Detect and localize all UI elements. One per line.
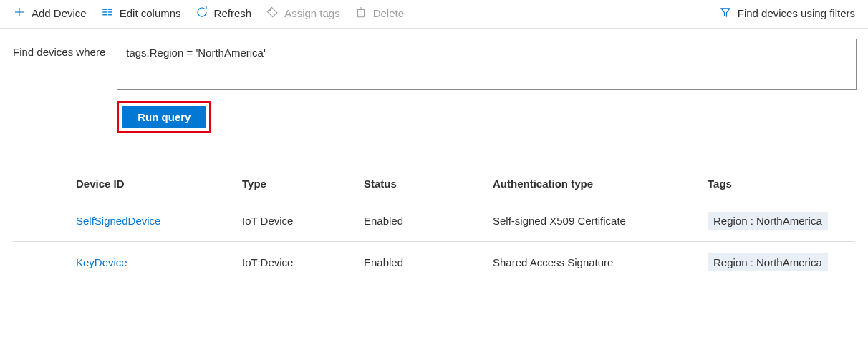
edit-columns-button[interactable]: Edit columns (101, 6, 181, 21)
add-device-button[interactable]: Add Device (13, 6, 87, 21)
device-link[interactable]: KeyDevice (76, 256, 127, 268)
tag-badge: Region : NorthAmerica (708, 212, 828, 230)
device-link[interactable]: SelfSignedDevice (76, 215, 160, 227)
header-type[interactable]: Type (235, 169, 357, 200)
query-row: Find devices where Run query (0, 29, 868, 133)
query-input[interactable] (117, 39, 857, 90)
query-label: Find devices where (13, 39, 105, 58)
add-device-label: Add Device (32, 7, 87, 19)
table-header-row: Device ID Type Status Authentication typ… (13, 169, 855, 200)
assign-tags-button: Assign tags (266, 6, 340, 21)
plus-icon (13, 6, 26, 21)
table-row[interactable]: KeyDevice IoT Device Enabled Shared Acce… (13, 242, 855, 283)
header-status[interactable]: Status (357, 169, 486, 200)
run-highlight: Run query (117, 101, 211, 133)
header-tags[interactable]: Tags (700, 169, 855, 200)
refresh-button[interactable]: Refresh (196, 6, 252, 21)
cell-type: IoT Device (235, 242, 357, 283)
table-row[interactable]: SelfSignedDevice IoT Device Enabled Self… (13, 200, 855, 242)
columns-icon (101, 6, 114, 21)
toolbar: Add Device Edit columns Refresh Assign t… (0, 0, 868, 29)
delete-label: Delete (373, 7, 404, 19)
cell-type: IoT Device (235, 200, 357, 242)
svg-rect-9 (357, 9, 364, 17)
devices-table: Device ID Type Status Authentication typ… (13, 169, 855, 283)
filter-icon (719, 6, 732, 21)
header-device-id[interactable]: Device ID (13, 169, 235, 200)
cell-auth: Self-signed X509 Certificate (486, 200, 700, 242)
refresh-icon (196, 6, 208, 21)
refresh-label: Refresh (214, 7, 252, 19)
trash-icon (355, 6, 367, 21)
query-box: Run query (117, 39, 857, 133)
svg-point-8 (269, 9, 271, 11)
run-query-button[interactable]: Run query (122, 106, 206, 128)
delete-button: Delete (355, 6, 404, 21)
find-filters-button[interactable]: Find devices using filters (719, 6, 855, 21)
tag-icon (266, 6, 279, 21)
assign-tags-label: Assign tags (284, 7, 340, 19)
find-filters-label: Find devices using filters (738, 7, 855, 19)
cell-status: Enabled (357, 242, 486, 283)
cell-status: Enabled (357, 200, 486, 242)
header-auth[interactable]: Authentication type (486, 169, 700, 200)
edit-columns-label: Edit columns (120, 7, 181, 19)
cell-auth: Shared Access Signature (486, 242, 700, 283)
tag-badge: Region : NorthAmerica (708, 253, 828, 271)
